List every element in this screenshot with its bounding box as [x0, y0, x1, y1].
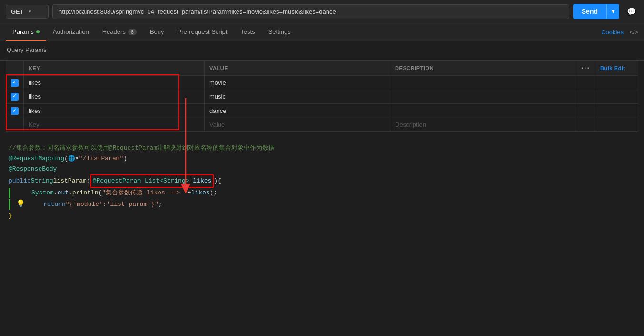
table-row: likes music — [6, 90, 638, 104]
row2-key[interactable]: likes — [24, 90, 205, 104]
code-line-method-sig: public String listParam ( @RequestParam … — [9, 174, 635, 188]
row3-desc[interactable] — [390, 104, 576, 118]
table-row: likes movie — [6, 76, 638, 90]
tab-tests[interactable]: Tests — [234, 23, 261, 41]
row3-bulkedit — [595, 104, 638, 118]
mapping-string: "/listParam" — [79, 153, 124, 164]
col-header-check — [6, 61, 24, 76]
code-line-responsebody: @ResponseBody — [9, 164, 635, 174]
row2-checkbox[interactable] — [11, 93, 19, 101]
cookies-link[interactable]: Cookies — [601, 29, 624, 36]
col-header-more[interactable]: ··· — [576, 61, 595, 76]
green-bar2 — [9, 199, 10, 210]
code-line-return: 💡 return "{'module':'list param'}" ; — [9, 198, 635, 211]
code-line-requestmapping: @RequestMapping ( 🌐 ▾ "/listParam" ) — [9, 153, 635, 164]
close-brace: } — [9, 211, 12, 221]
tab-authorization[interactable]: Authorization — [46, 23, 96, 41]
chat-icon[interactable]: 💬 — [625, 5, 638, 18]
tab-settings[interactable]: Settings — [262, 23, 297, 41]
params-table-container: KEY VALUE DESCRIPTION ··· Bulk Edit like… — [0, 61, 644, 132]
tab-headers[interactable]: Headers 6 — [96, 23, 143, 41]
row2-bulkedit — [595, 90, 638, 104]
keyword-public: public — [9, 176, 31, 186]
method-select[interactable]: GET ▾ — [6, 5, 49, 19]
params-dot — [36, 30, 40, 33]
empty-desc[interactable]: Description — [390, 118, 576, 131]
code-editor: //集合参数：同名请求参数可以使用@RequestParam注解映射到对应名称的… — [0, 136, 644, 228]
table-header-row: KEY VALUE DESCRIPTION ··· Bulk Edit — [6, 61, 638, 76]
row3-key[interactable]: likes — [24, 104, 205, 118]
tab-pre-request[interactable]: Pre-request Script — [171, 23, 234, 41]
method-label: GET — [11, 8, 26, 15]
row1-value[interactable]: movie — [205, 76, 390, 90]
println: println — [72, 188, 99, 198]
code-line-comment: //集合参数：同名请求参数可以使用@RequestParam注解映射到对应名称的… — [9, 143, 635, 153]
table-row-empty: Key Value Description — [6, 118, 638, 131]
green-bar — [9, 188, 10, 198]
system: System — [31, 188, 54, 198]
chevron-small: ▾ — [75, 153, 79, 164]
empty-bulkedit — [595, 118, 638, 131]
col-header-value: VALUE — [205, 61, 390, 76]
col-header-description: DESCRIPTION — [390, 61, 576, 76]
tab-headers-label: Headers — [102, 28, 126, 35]
url-bar: GET ▾ Send ▾ 💬 — [0, 0, 644, 23]
lparen: ( — [87, 176, 90, 186]
empty-value[interactable]: Value — [205, 118, 390, 131]
concat-op: + — [188, 188, 191, 198]
row2-desc[interactable] — [390, 90, 576, 104]
row2-more — [576, 90, 595, 104]
row1-desc[interactable] — [390, 76, 576, 90]
send-dropdown-arrow[interactable]: ▾ — [606, 4, 619, 19]
keyword-return: return — [43, 199, 66, 210]
tab-params[interactable]: Params — [6, 23, 46, 41]
lightbulb-icon: 💡 — [16, 198, 25, 211]
sysout-string: "集合参数传递 likes ==> " — [102, 188, 187, 198]
return-semi: ; — [159, 199, 162, 210]
tab-body[interactable]: Body — [143, 23, 171, 41]
send-label: Send — [573, 4, 606, 19]
col-header-bulk-edit[interactable]: Bulk Edit — [595, 61, 638, 76]
tab-authorization-label: Authorization — [53, 28, 89, 35]
row3-value[interactable]: dance — [205, 104, 390, 118]
headers-badge: 6 — [128, 29, 137, 35]
method-close: ){ — [214, 176, 221, 186]
annotation-requestmapping: @RequestMapping — [9, 153, 64, 164]
tab-tests-label: Tests — [240, 28, 255, 35]
code-line-sysout: System . out . println ( "集合参数传递 likes =… — [9, 188, 635, 198]
empty-check-cell — [6, 118, 24, 131]
param-annotation: @RequestParam — [93, 177, 145, 184]
row3-checkbox[interactable] — [11, 107, 19, 115]
row1-check-cell[interactable] — [6, 76, 24, 90]
tab-body-label: Body — [150, 28, 164, 35]
row2-check-cell[interactable] — [6, 90, 24, 104]
empty-key[interactable]: Key — [24, 118, 205, 131]
return-string: "{'module':'list param'}" — [66, 199, 159, 210]
row1-key[interactable]: likes — [24, 76, 205, 90]
row1-checkbox[interactable] — [11, 79, 19, 87]
params-section: Query Params — [0, 41, 644, 61]
params-table: KEY VALUE DESCRIPTION ··· Bulk Edit like… — [6, 61, 638, 132]
annotation-responsebody: @ResponseBody — [9, 164, 57, 174]
col-header-key: KEY — [24, 61, 205, 76]
comment-text: //集合参数：同名请求参数可以使用@RequestParam注解映射到对应名称的… — [9, 143, 275, 153]
row2-value[interactable]: music — [205, 90, 390, 104]
tab-pre-request-label: Pre-request Script — [178, 28, 228, 35]
out: out — [58, 188, 69, 198]
paren-close: ) — [123, 153, 127, 164]
url-input[interactable] — [52, 4, 569, 19]
row3-more — [576, 104, 595, 118]
code-icon[interactable]: </> — [629, 29, 638, 36]
send-button[interactable]: Send ▾ — [573, 4, 619, 19]
tabs-row: Params Authorization Headers 6 Body Pre-… — [0, 23, 644, 41]
query-params-title: Query Params — [7, 46, 637, 53]
lparen2: ( — [98, 188, 102, 198]
sysout-likes: likes — [191, 188, 210, 198]
dot1: . — [54, 188, 58, 198]
row1-bulkedit — [595, 76, 638, 90]
row1-more — [576, 76, 595, 90]
method-chevron: ▾ — [29, 9, 43, 14]
paren-open: ( — [64, 153, 68, 164]
tab-params-label: Params — [12, 28, 34, 35]
row3-check-cell[interactable] — [6, 104, 24, 118]
